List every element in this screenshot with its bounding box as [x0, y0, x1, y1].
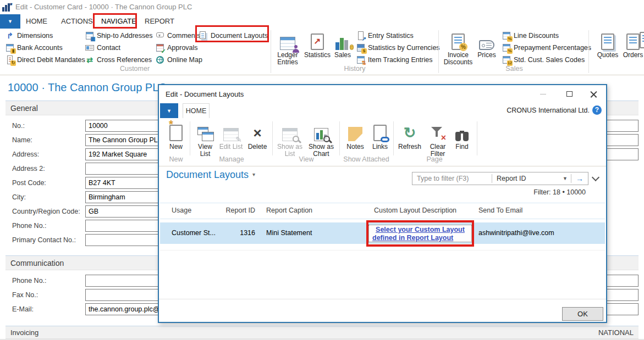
bank-accounts-button[interactable]: ▮ Bank Accounts: [5, 43, 63, 53]
orders-icon: [626, 34, 640, 50]
application-menu-button[interactable]: ▼: [0, 14, 20, 29]
field-label-country: Country/Region Code:: [12, 208, 80, 215]
dimensions-button[interactable]: ↱ Dimensions: [5, 31, 53, 41]
clear-filter-button[interactable]: × Clear Filter: [425, 120, 450, 158]
maximize-icon: [566, 91, 573, 97]
custom-layout-description-cell[interactable]: Select your Custom Layout defined in Rep…: [368, 225, 472, 242]
std-cust-sales-codes-icon: 12: [502, 55, 511, 64]
notes-icon: [348, 127, 362, 141]
cross-references-button[interactable]: ⇄ Cross References: [85, 55, 152, 65]
prices-tag-icon: [479, 40, 494, 50]
online-map-icon: [156, 55, 164, 64]
view-list-button[interactable]: View List: [192, 120, 218, 158]
prepayment-percentages-button[interactable]: % Prepayment Percentages: [502, 43, 591, 53]
maximize-button[interactable]: [561, 88, 577, 99]
entry-statistics-icon: ↗: [356, 31, 365, 40]
line-discounts-button[interactable]: % Line Discounts: [502, 31, 559, 41]
statistics-by-currencies-button[interactable]: $ Statistics by Currencies: [356, 43, 440, 53]
column-header-report-id[interactable]: Report ID: [214, 207, 255, 214]
tab-home[interactable]: HOME: [26, 17, 47, 25]
prices-button[interactable]: Prices: [475, 30, 498, 59]
prepayment-percentages-icon: %: [502, 43, 511, 52]
line-discounts-icon: %: [502, 31, 511, 40]
ribbon-separator: [438, 30, 439, 73]
ship-to-addresses-icon: ▦: [85, 31, 94, 40]
cut-off-button-icon: [640, 32, 644, 48]
online-map-button[interactable]: Online Map: [156, 55, 202, 65]
column-header-send-to-email[interactable]: Send To Email: [478, 207, 522, 214]
tab-actions[interactable]: ACTIONS: [61, 17, 93, 25]
show-attached-group-label: Show Attached: [340, 155, 392, 163]
clear-filter-icon: ×: [430, 126, 445, 141]
help-icon[interactable]: ?: [592, 105, 602, 115]
refresh-icon: ↻: [404, 125, 416, 141]
dialog-ribbon-separator: [477, 121, 477, 155]
filter-box[interactable]: Type to filter (F3) Report ID ▼ →: [412, 172, 588, 185]
dialog-new-button[interactable]: * New: [163, 120, 189, 151]
show-as-list-button[interactable]: Show as List: [276, 120, 304, 158]
close-button[interactable]: [585, 88, 602, 99]
field-label-comm-phone: Phone No.:: [12, 277, 47, 285]
column-header-report-caption[interactable]: Report Caption: [266, 207, 312, 214]
approvals-button[interactable]: ✓ Approvals: [156, 43, 198, 53]
filter-summary: Filter: 18 • 10000: [533, 188, 586, 196]
edit-list-icon: ✎: [223, 128, 239, 141]
field-label-primary-contact: Primary Contact No.:: [12, 236, 76, 244]
links-button[interactable]: Links: [369, 120, 391, 151]
ribbon-separator: [271, 30, 271, 73]
statistics-button[interactable]: ↗ Statistics: [303, 30, 332, 59]
minimize-button[interactable]: [535, 88, 551, 99]
tab-report[interactable]: REPORT: [145, 17, 174, 25]
tab-navigate[interactable]: NAVIGATE: [101, 17, 136, 25]
document-layouts-dialog: Edit - Document Layouts ▼ HOME CRONUS In…: [158, 84, 607, 323]
dialog-app-menu-caret-icon: ▼: [167, 108, 172, 114]
quotes-button[interactable]: Quotes: [595, 30, 620, 59]
delete-button[interactable]: × Delete: [244, 120, 271, 151]
field-label-no: No.:: [12, 122, 25, 130]
find-button[interactable]: Find: [450, 120, 474, 151]
column-header-usage[interactable]: Usage: [172, 207, 191, 214]
edit-list-button[interactable]: ✎ Edit List: [219, 120, 243, 151]
ok-button[interactable]: OK: [562, 307, 603, 321]
row-report-caption[interactable]: Mini Statement: [266, 229, 312, 237]
direct-debit-mandates-button[interactable]: ↻ Direct Debit Mandates: [5, 55, 85, 65]
filter-field-caret-icon[interactable]: ▼: [563, 176, 568, 181]
item-tracking-entries-button[interactable]: ⇅ Item Tracking Entries: [356, 55, 432, 65]
dialog-footer-border: [159, 299, 606, 299]
invoicing-section-header[interactable]: Invoicing NATIONAL: [5, 326, 639, 339]
std-cust-sales-codes-button[interactable]: 12 Std. Cust. Sales Codes: [502, 55, 585, 65]
invoice-discounts-icon: %: [452, 34, 465, 50]
contact-button[interactable]: Contact: [85, 43, 120, 53]
dialog-page-title[interactable]: Document Layouts▾: [166, 169, 255, 181]
apply-filter-arrow-icon[interactable]: →: [571, 174, 588, 183]
ledger-entries-button[interactable]: Ledger Entries: [274, 30, 301, 66]
dialog-application-menu-button[interactable]: ▼: [160, 103, 178, 118]
row-send-to-email[interactable]: ashwinitripathi@live.com: [478, 229, 554, 237]
invoice-discounts-button[interactable]: % Invoice Discounts: [442, 30, 474, 66]
ship-to-addresses-button[interactable]: ▦ Ship-to Addresses: [85, 31, 152, 41]
ribbon-bottom-border: [0, 75, 644, 75]
show-as-chart-button[interactable]: Show as Chart: [305, 120, 337, 158]
column-header-custom-layout[interactable]: Custom Layout Description: [374, 207, 456, 214]
company-name: CRONUS International Ltd.: [507, 107, 590, 114]
row-usage[interactable]: Customer St...: [172, 229, 216, 237]
entry-statistics-button[interactable]: ↗ Entry Statistics: [356, 31, 414, 41]
expand-filter-chevron-icon[interactable]: [592, 174, 599, 181]
direct-debit-mandates-icon: ↻: [5, 55, 14, 64]
filter-field-select[interactable]: Report ID: [492, 175, 563, 182]
document-layouts-button[interactable]: Document Layouts: [199, 31, 268, 41]
filter-input[interactable]: Type to filter (F3): [412, 175, 473, 182]
comments-button[interactable]: Comments: [156, 31, 200, 41]
quotes-icon: [601, 34, 614, 50]
statistics-icon: ↗: [311, 34, 324, 50]
sales-button[interactable]: Sales: [332, 30, 353, 59]
new-document-icon: *: [169, 125, 183, 141]
delete-x-icon: ×: [253, 125, 261, 141]
row-report-id[interactable]: 1316: [214, 229, 255, 237]
dialog-ribbon-separator: [272, 121, 273, 155]
field-label-phone: Phone No.:: [12, 222, 47, 230]
dialog-tab-home[interactable]: HOME: [183, 103, 210, 118]
show-as-list-icon: [282, 128, 298, 141]
refresh-button[interactable]: ↻ Refresh: [395, 120, 424, 151]
notes-button[interactable]: Notes: [343, 120, 368, 151]
